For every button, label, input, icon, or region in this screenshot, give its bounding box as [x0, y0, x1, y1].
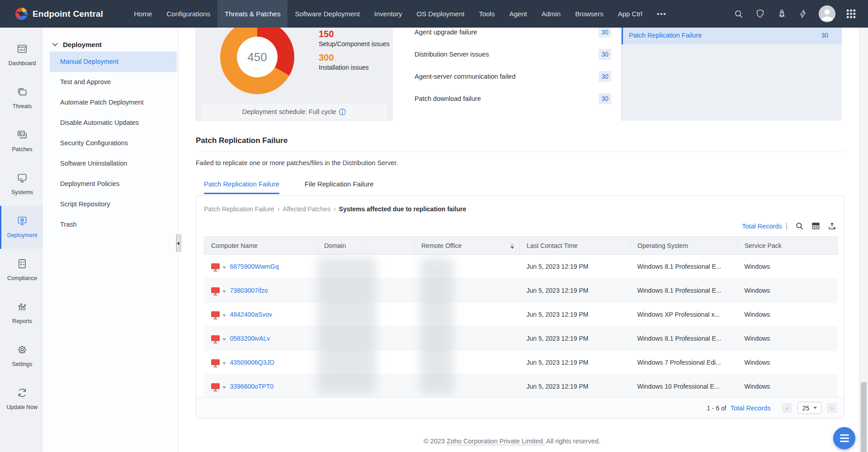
- service-pack-cell: Windows: [738, 351, 838, 375]
- sidebar-item-deployment[interactable]: Deployment: [0, 206, 43, 249]
- column-header-last-contact-time[interactable]: Last Contact Time: [520, 237, 631, 255]
- chevron-down-icon: [52, 43, 58, 47]
- menu-item-automate-patch-deployment[interactable]: Automate Patch Deployment: [50, 92, 177, 113]
- vertical-scrollbar[interactable]: [859, 28, 868, 452]
- menu-item-deployment-policies[interactable]: Deployment Policies: [50, 174, 177, 194]
- computer-name-link[interactable]: 0583200ivALv: [230, 335, 270, 342]
- selected-failure-count: 30: [821, 32, 828, 39]
- computer-actions-dropdown-icon[interactable]: [222, 386, 226, 389]
- computer-name-link[interactable]: 73803007ifzo: [230, 287, 268, 294]
- computer-name-link[interactable]: 4842400aSvov: [230, 311, 272, 318]
- operating-system-cell: Windows 10 Professional E...: [631, 375, 738, 399]
- user-avatar[interactable]: [819, 5, 835, 22]
- sidebar-item-label: Settings: [1, 361, 43, 367]
- sidebar-collapse-handle[interactable]: [176, 234, 182, 252]
- prev-page-button[interactable]: ‹: [782, 403, 792, 413]
- sidebar-item-compliance[interactable]: Compliance: [0, 249, 43, 292]
- computer-name-cell: 3396600oTPT0: [204, 375, 317, 399]
- search-icon[interactable]: [795, 222, 804, 230]
- nav-item-admin[interactable]: Admin: [534, 0, 568, 28]
- app-grid-icon[interactable]: [847, 10, 855, 18]
- info-icon[interactable]: [339, 109, 346, 115]
- failure-item-distribution-server-issues[interactable]: Distribution Server issues30: [393, 43, 621, 65]
- sidebar-item-label: Dashboard: [1, 60, 43, 67]
- brand[interactable]: Endpoint Central: [15, 8, 103, 20]
- breadcrumb-separator: ›: [278, 205, 280, 213]
- nav-item-threats-patches[interactable]: Threats & Patches: [217, 0, 288, 28]
- failure-item-agent-upgrade-failure[interactable]: Agent upgrade failure30: [393, 28, 621, 43]
- sort-icon[interactable]: [510, 243, 514, 249]
- computer-actions-dropdown-icon[interactable]: [222, 290, 226, 293]
- failure-item-patch-replication-failure[interactable]: Patch Replication Failure 30: [622, 28, 842, 44]
- deployment-sidebar-header[interactable]: Deployment: [43, 37, 178, 52]
- sidebar-item-reports[interactable]: Reports: [0, 292, 43, 335]
- tab-patch-replication-failure[interactable]: Patch Replication Failure: [204, 180, 279, 194]
- legend-label: Setup/Component issues: [319, 40, 391, 48]
- menu-item-trash[interactable]: Trash: [50, 214, 177, 235]
- menu-item-security-configurations[interactable]: Security Configurations: [50, 133, 177, 153]
- nav-item-more[interactable]: •••: [650, 0, 674, 28]
- nav-item-browsers[interactable]: Browsers: [568, 0, 611, 28]
- zoho-corporation-link[interactable]: Zoho Corporation Private Limited.: [447, 438, 545, 445]
- nav-item-software-deployment[interactable]: Software Deployment: [288, 0, 367, 28]
- sidebar-item-dashboard[interactable]: Dashboard: [0, 34, 43, 77]
- computer-name-link[interactable]: 3396600oTPT0: [230, 383, 274, 390]
- computer-actions-dropdown-icon[interactable]: [222, 338, 226, 341]
- breadcrumb-item-2[interactable]: Affected Patches: [283, 205, 330, 213]
- deployment-status-donut-chart[interactable]: 450: [220, 28, 294, 94]
- legend-label: Installation issues: [319, 63, 391, 72]
- whats-new-rocket-icon[interactable]: [777, 9, 787, 19]
- nav-item-tools[interactable]: Tools: [472, 0, 502, 28]
- service-pack-cell: Windows: [738, 327, 838, 351]
- computer-actions-dropdown-icon[interactable]: [222, 314, 226, 317]
- last-contact-cell: Jun 5, 2023 12:19 PM: [520, 327, 631, 351]
- column-header-computer-name[interactable]: Computer Name: [204, 237, 317, 255]
- operating-system-cell: Windows 8.1 Professional E...: [631, 279, 738, 303]
- nav-item-inventory[interactable]: Inventory: [367, 0, 410, 28]
- failure-item-patch-download-failure[interactable]: Patch download failure30: [393, 87, 621, 109]
- column-header-service-pack[interactable]: Service Pack: [738, 237, 838, 255]
- menu-item-test-and-approve[interactable]: Test and Approve: [50, 72, 177, 92]
- sidebar-item-update-now[interactable]: Update Now: [0, 378, 43, 421]
- total-records-link[interactable]: Total Records: [742, 223, 782, 230]
- tab-file-replication-failure[interactable]: File Replication Failure: [305, 180, 374, 194]
- menu-item-manual-deployment[interactable]: Manual Deployment: [50, 52, 177, 72]
- nav-item-agent[interactable]: Agent: [502, 0, 534, 28]
- computer-actions-dropdown-icon[interactable]: [222, 362, 226, 365]
- quick-actions-fab[interactable]: [833, 427, 855, 449]
- computer-actions-dropdown-icon[interactable]: [222, 266, 226, 269]
- nav-item-app-ctrl[interactable]: App Ctrl: [611, 0, 650, 28]
- search-icon[interactable]: [734, 9, 744, 19]
- service-pack-cell: Windows: [738, 279, 838, 303]
- column-header-label: Computer Name: [211, 242, 258, 249]
- computer-name-link[interactable]: 6875900WwmGq: [230, 263, 279, 270]
- sidebar-item-patches[interactable]: Patches: [0, 120, 43, 163]
- sidebar-item-threats[interactable]: Threats: [0, 77, 43, 120]
- menu-item-software-uninstallation[interactable]: Software Uninstallation: [50, 153, 177, 174]
- pagination-total-records-link[interactable]: Total Records: [731, 404, 771, 412]
- menu-item-disable-automatic-updates[interactable]: Disable Automatic Updates: [50, 113, 177, 133]
- column-header-operating-system[interactable]: Operating System: [631, 237, 738, 255]
- column-chooser-icon[interactable]: [811, 222, 820, 230]
- security-shield-icon[interactable]: [755, 9, 765, 19]
- quick-actions-lightning-icon[interactable]: [798, 9, 807, 19]
- column-header-remote-office[interactable]: Remote Office: [415, 237, 520, 255]
- export-icon[interactable]: [828, 222, 836, 230]
- dashboard-icon: [16, 43, 28, 55]
- main-content: 450 150Setup/Component issues300Installa…: [179, 28, 859, 452]
- sidebar-item-systems[interactable]: Systems: [0, 163, 43, 206]
- failure-item-agent-server-communication-failed[interactable]: Agent-server communication failed30: [393, 65, 621, 87]
- sidebar-item-settings[interactable]: Settings: [0, 335, 43, 378]
- nav-item-configurations[interactable]: Configurations: [159, 0, 217, 28]
- breadcrumb-item-1[interactable]: Patch Replication Failure: [204, 205, 274, 213]
- failure-count: 30: [599, 71, 611, 82]
- page-size-select[interactable]: 25: [797, 402, 821, 414]
- nav-item-home[interactable]: Home: [127, 0, 159, 28]
- next-page-button[interactable]: ›: [827, 403, 837, 413]
- scrollbar-thumb[interactable]: [861, 382, 867, 452]
- column-header-domain[interactable]: Domain: [317, 237, 415, 255]
- computer-name-link[interactable]: 43509006Q3JD: [230, 359, 274, 366]
- menu-item-script-repository[interactable]: Script Repository: [50, 194, 177, 214]
- nav-item-os-deployment[interactable]: OS Deployment: [410, 0, 472, 28]
- column-header-label: Last Contact Time: [527, 242, 578, 249]
